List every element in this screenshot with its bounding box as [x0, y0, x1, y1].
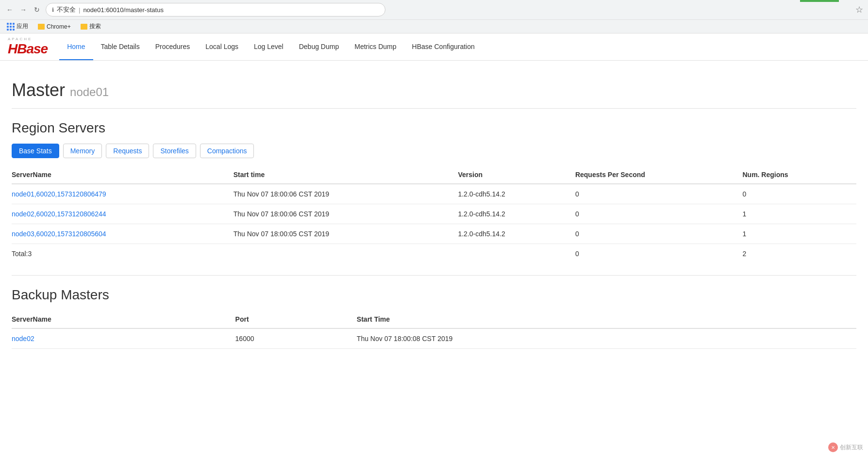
- logo-apache-text: APACHE: [8, 37, 48, 41]
- backup-masters-title: Backup Masters: [12, 287, 856, 303]
- security-label: 不安全: [57, 5, 76, 14]
- total-empty-1: [234, 244, 458, 264]
- total-label: Total:3: [12, 244, 234, 264]
- apps-grid-icon: [7, 23, 15, 31]
- bookmark-star-icon[interactable]: ☆: [855, 4, 863, 15]
- start-time-cell-2: Thu Nov 07 18:00:06 CST 2019: [234, 204, 458, 224]
- col-start-time: Start time: [234, 166, 458, 184]
- browser-chrome: ← → ↻ ℹ 不安全 | node01:60010/master-status…: [0, 0, 868, 33]
- table-row: node02,60020,1573120806244 Thu Nov 07 18…: [12, 204, 856, 224]
- backup-server-name: node02: [12, 328, 235, 349]
- tab-requests[interactable]: Requests: [106, 144, 149, 158]
- start-time-cell-1: Thu Nov 07 18:00:06 CST 2019: [234, 184, 458, 204]
- tab-base-stats[interactable]: Base Stats: [12, 144, 59, 158]
- col-version: Version: [458, 166, 575, 184]
- total-row: Total:3 0 2: [12, 244, 856, 264]
- version-cell-1: 1.2.0-cdh5.14.2: [458, 184, 575, 204]
- bookmark-apps[interactable]: 应用: [5, 21, 30, 32]
- region-servers-table: ServerName Start time Version Requests P…: [12, 166, 856, 263]
- region-servers-section: Region Servers Base Stats Memory Request…: [12, 120, 856, 263]
- nav-local-logs[interactable]: Local Logs: [198, 33, 246, 60]
- total-requests: 0: [575, 244, 743, 264]
- backup-header-row: ServerName Port Start Time: [12, 310, 856, 328]
- backup-masters-table: ServerName Port Start Time node02 16000 …: [12, 310, 856, 349]
- total-empty-2: [458, 244, 575, 264]
- folder-icon: [38, 24, 45, 30]
- logo-hbase-text: HBase: [8, 41, 48, 57]
- master-hostname: node01: [70, 85, 109, 99]
- server-name-link-1[interactable]: node01,60020,1573120806479: [12, 190, 106, 198]
- start-time-cell-3: Thu Nov 07 18:00:05 CST 2019: [234, 224, 458, 244]
- requests-cell-3: 0: [575, 224, 743, 244]
- regions-cell-1: 0: [742, 184, 856, 204]
- server-name-cell-3: node03,60020,1573120805604: [12, 224, 234, 244]
- region-servers-title: Region Servers: [12, 120, 856, 136]
- nav-links: Home Table Details Procedures Local Logs…: [59, 33, 483, 60]
- tab-storefiles[interactable]: Storefiles: [153, 144, 196, 158]
- folder-icon-2: [81, 24, 87, 30]
- bookmark-search-label: 搜索: [89, 22, 101, 31]
- nav-home[interactable]: Home: [59, 33, 93, 60]
- nav-log-level[interactable]: Log Level: [246, 33, 291, 60]
- table-row: node01,60020,1573120806479 Thu Nov 07 18…: [12, 184, 856, 204]
- page-title: Master node01: [12, 80, 856, 100]
- forward-button[interactable]: →: [18, 5, 28, 15]
- backup-masters-section: Backup Masters ServerName Port Start Tim…: [12, 287, 856, 349]
- master-label: Master: [12, 80, 65, 100]
- url-separator: |: [79, 6, 80, 14]
- table-header-row: ServerName Start time Version Requests P…: [12, 166, 856, 184]
- url-text: node01:60010/master-status: [83, 6, 164, 14]
- tab-compactions[interactable]: Compactions: [200, 144, 254, 158]
- backup-start-time: Thu Nov 07 18:00:08 CST 2019: [357, 328, 856, 349]
- bookmarks-bar: 应用 Chrome+ 搜索: [0, 19, 868, 33]
- app-navigation: APACHE HBase Home Table Details Procedur…: [0, 33, 868, 61]
- version-cell-2: 1.2.0-cdh5.14.2: [458, 204, 575, 224]
- section-divider: [12, 275, 856, 276]
- regions-cell-3: 1: [742, 224, 856, 244]
- version-cell-3: 1.2.0-cdh5.14.2: [458, 224, 575, 244]
- backup-server-link-1[interactable]: node02: [12, 335, 34, 343]
- nav-procedures[interactable]: Procedures: [148, 33, 198, 60]
- nav-table-details[interactable]: Table Details: [93, 33, 148, 60]
- reload-button[interactable]: ↻: [32, 5, 42, 15]
- requests-cell-2: 0: [575, 204, 743, 224]
- logo-main: HBase: [8, 41, 48, 57]
- col-requests-per-second: Requests Per Second: [575, 166, 743, 184]
- security-icon: ℹ: [52, 7, 54, 13]
- bookmark-chrome-plus[interactable]: Chrome+: [36, 22, 73, 31]
- nav-hbase-configuration[interactable]: HBase Configuration: [404, 33, 483, 60]
- col-num-regions: Num. Regions: [742, 166, 856, 184]
- bookmark-search[interactable]: 搜索: [79, 21, 103, 32]
- backup-col-start-time: Start Time: [357, 310, 856, 328]
- main-content: Master node01 Region Servers Base Stats …: [0, 61, 868, 359]
- address-bar[interactable]: ℹ 不安全 | node01:60010/master-status: [46, 3, 385, 16]
- backup-port: 16000: [235, 328, 357, 349]
- table-row: node02 16000 Thu Nov 07 18:00:08 CST 201…: [12, 328, 856, 349]
- col-server-name: ServerName: [12, 166, 234, 184]
- loading-indicator: [800, 0, 839, 2]
- tab-memory[interactable]: Memory: [63, 144, 102, 158]
- master-title-section: Master node01: [12, 70, 856, 109]
- backup-col-server-name: ServerName: [12, 310, 235, 328]
- bookmark-chrome-plus-label: Chrome+: [47, 23, 71, 30]
- server-name-cell: node01,60020,1573120806479: [12, 184, 234, 204]
- table-row: node03,60020,1573120805604 Thu Nov 07 18…: [12, 224, 856, 244]
- nav-debug-dump[interactable]: Debug Dump: [291, 33, 347, 60]
- logo: APACHE HBase: [8, 37, 48, 57]
- bookmark-apps-label: 应用: [17, 22, 28, 31]
- nav-metrics-dump[interactable]: Metrics Dump: [347, 33, 404, 60]
- back-button[interactable]: ←: [5, 5, 15, 15]
- region-servers-tabs: Base Stats Memory Requests Storefiles Co…: [12, 144, 856, 158]
- backup-col-port: Port: [235, 310, 357, 328]
- browser-toolbar: ← → ↻ ℹ 不安全 | node01:60010/master-status…: [0, 0, 868, 19]
- server-name-cell-2: node02,60020,1573120806244: [12, 204, 234, 224]
- requests-cell-1: 0: [575, 184, 743, 204]
- total-regions: 2: [742, 244, 856, 264]
- regions-cell-2: 1: [742, 204, 856, 224]
- server-name-link-2[interactable]: node02,60020,1573120806244: [12, 210, 106, 218]
- server-name-link-3[interactable]: node03,60020,1573120805604: [12, 230, 106, 238]
